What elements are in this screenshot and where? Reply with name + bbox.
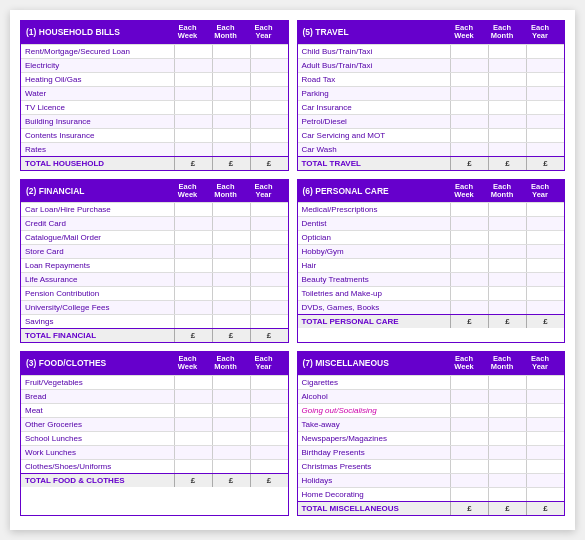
cell-week[interactable] [450,45,488,58]
cell-month[interactable] [488,273,526,286]
total-cell-year[interactable]: £ [250,157,288,170]
cell-year[interactable] [250,432,288,445]
cell-month[interactable] [488,217,526,230]
cell-week[interactable] [174,404,212,417]
cell-year[interactable] [526,376,564,389]
cell-month[interactable] [488,390,526,403]
cell-month[interactable] [212,203,250,216]
cell-year[interactable] [250,418,288,431]
cell-month[interactable] [488,45,526,58]
cell-year[interactable] [250,45,288,58]
total-cell-year[interactable]: £ [526,315,564,328]
cell-week[interactable] [450,259,488,272]
cell-month[interactable] [488,231,526,244]
cell-week[interactable] [174,45,212,58]
cell-week[interactable] [174,217,212,230]
cell-month[interactable] [212,143,250,156]
cell-week[interactable] [450,390,488,403]
cell-month[interactable] [488,446,526,459]
total-cell-year[interactable]: £ [250,329,288,342]
cell-year[interactable] [526,87,564,100]
total-cell-month[interactable]: £ [212,474,250,487]
total-cell-week[interactable]: £ [174,329,212,342]
cell-year[interactable] [526,460,564,473]
cell-month[interactable] [212,301,250,314]
cell-year[interactable] [250,115,288,128]
cell-year[interactable] [250,287,288,300]
cell-year[interactable] [250,231,288,244]
cell-year[interactable] [526,273,564,286]
cell-year[interactable] [250,315,288,328]
cell-week[interactable] [174,418,212,431]
cell-week[interactable] [450,217,488,230]
total-cell-month[interactable]: £ [212,329,250,342]
cell-week[interactable] [450,143,488,156]
cell-week[interactable] [174,101,212,114]
cell-week[interactable] [174,73,212,86]
cell-year[interactable] [526,45,564,58]
cell-week[interactable] [174,87,212,100]
cell-month[interactable] [212,418,250,431]
cell-month[interactable] [488,245,526,258]
cell-week[interactable] [174,259,212,272]
cell-week[interactable] [174,273,212,286]
cell-year[interactable] [526,203,564,216]
total-cell-week[interactable]: £ [450,315,488,328]
cell-year[interactable] [250,259,288,272]
total-cell-week[interactable]: £ [174,157,212,170]
total-cell-month[interactable]: £ [488,315,526,328]
cell-month[interactable] [488,203,526,216]
total-cell-month[interactable]: £ [488,157,526,170]
total-cell-month[interactable]: £ [212,157,250,170]
cell-month[interactable] [212,115,250,128]
cell-week[interactable] [174,432,212,445]
cell-month[interactable] [488,432,526,445]
cell-year[interactable] [526,446,564,459]
cell-year[interactable] [250,59,288,72]
cell-month[interactable] [212,404,250,417]
total-cell-year[interactable]: £ [526,157,564,170]
cell-month[interactable] [488,376,526,389]
total-cell-week[interactable]: £ [174,474,212,487]
cell-week[interactable] [174,245,212,258]
cell-week[interactable] [450,59,488,72]
cell-month[interactable] [212,59,250,72]
cell-month[interactable] [488,143,526,156]
cell-week[interactable] [174,460,212,473]
cell-week[interactable] [174,59,212,72]
cell-week[interactable] [174,376,212,389]
cell-year[interactable] [250,376,288,389]
total-cell-week[interactable]: £ [450,502,488,515]
cell-week[interactable] [174,143,212,156]
cell-week[interactable] [174,301,212,314]
cell-year[interactable] [250,129,288,142]
cell-week[interactable] [450,404,488,417]
cell-year[interactable] [250,203,288,216]
cell-week[interactable] [450,87,488,100]
cell-week[interactable] [450,273,488,286]
cell-year[interactable] [526,432,564,445]
cell-year[interactable] [526,231,564,244]
cell-month[interactable] [212,460,250,473]
cell-year[interactable] [250,404,288,417]
cell-year[interactable] [250,301,288,314]
cell-week[interactable] [174,390,212,403]
cell-week[interactable] [450,203,488,216]
cell-week[interactable] [450,432,488,445]
cell-month[interactable] [488,115,526,128]
cell-month[interactable] [212,287,250,300]
cell-month[interactable] [488,460,526,473]
cell-year[interactable] [250,390,288,403]
cell-year[interactable] [526,488,564,501]
cell-year[interactable] [250,73,288,86]
cell-month[interactable] [212,446,250,459]
cell-week[interactable] [174,315,212,328]
cell-month[interactable] [212,315,250,328]
cell-month[interactable] [212,273,250,286]
cell-month[interactable] [488,59,526,72]
cell-year[interactable] [250,143,288,156]
cell-month[interactable] [488,301,526,314]
cell-year[interactable] [526,474,564,487]
cell-month[interactable] [212,259,250,272]
cell-year[interactable] [250,446,288,459]
